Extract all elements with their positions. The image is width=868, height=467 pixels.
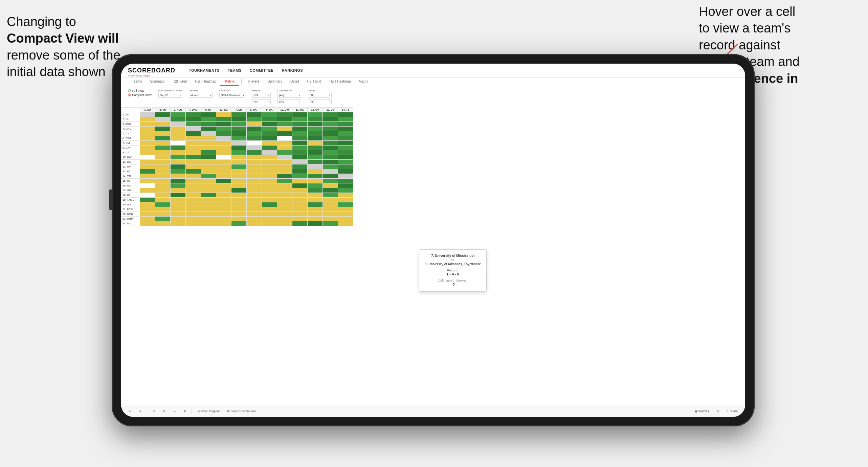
matrix-cell-22-3[interactable] [186,217,201,221]
matrix-cell-12-4[interactable] [201,169,216,174]
matrix-cell-13-8[interactable] [262,174,277,179]
matrix-cell-10-5[interactable] [216,160,231,164]
matrix-cell-17-6[interactable] [231,193,247,198]
matrix-cell-1-7[interactable] [247,117,262,122]
matrix-cell-0-12[interactable] [323,112,338,117]
matrix-cell-15-5[interactable] [216,183,231,188]
matrix-cell-15-4[interactable] [201,183,216,188]
grid-button[interactable]: ⊞ [161,409,168,414]
matrix-cell-5-11[interactable] [308,136,323,141]
matrix-cell-3-9[interactable] [277,127,292,131]
matrix-cell-0-10[interactable] [292,112,308,117]
matrix-cell-8-8[interactable] [262,150,277,155]
matrix-cell-4-10[interactable] [292,131,308,136]
matrix-cell-9-7[interactable] [247,155,262,160]
watch-button[interactable]: ◉ Watch ▾ [693,409,711,414]
tab-players[interactable]: Players [244,77,264,86]
matrix-cell-0-5[interactable] [216,112,231,117]
matrix-cell-16-9[interactable] [277,188,292,193]
undo-button[interactable]: ↩ [127,409,133,414]
matrix-cell-20-9[interactable] [277,207,292,212]
matrix-cell-6-9[interactable] [277,141,292,146]
matrix-cell-11-4[interactable] [201,164,216,169]
matrix-cell-3-3[interactable] [186,127,201,131]
matrix-cell-18-6[interactable] [231,198,247,202]
matrix-cell-5-8[interactable] [262,136,277,141]
matrix-cell-10-6[interactable] [231,160,247,164]
matrix-cell-2-11[interactable] [308,122,323,127]
tab-summary[interactable]: Summary [146,77,169,86]
matrix-cell-12-6[interactable] [231,169,247,174]
matrix-cell-19-5[interactable] [216,202,231,207]
matrix-cell-0-3[interactable] [186,112,201,117]
matrix-cell-18-11[interactable] [308,198,323,202]
tab-players-h2h-heatmap[interactable]: H2H Heatmap [325,77,355,86]
matrix-cell-20-6[interactable] [231,207,247,212]
matrix-cell-5-3[interactable] [186,136,201,141]
matrix-cell-5-12[interactable] [323,136,338,141]
matrix-cell-9-11[interactable] [308,155,323,160]
matrix-cell-14-5[interactable] [216,179,231,183]
matrix-cell-10-1[interactable] [155,160,171,164]
matrix-cell-9-5[interactable] [216,155,231,160]
matrix-cell-17-7[interactable] [247,193,262,198]
view-original-button[interactable]: ⊙ View: Original [195,409,222,414]
matrix-cell-16-4[interactable] [201,188,216,193]
filter-team-select2[interactable]: (All) [308,99,332,104]
matrix-cell-19-2[interactable] [171,202,186,207]
matrix-cell-11-2[interactable] [171,164,186,169]
matrix-cell-23-0[interactable] [140,221,155,226]
matrix-cell-1-12[interactable] [323,117,338,122]
matrix-cell-20-7[interactable] [247,207,262,212]
matrix-cell-4-4[interactable] [201,131,216,136]
matrix-cell-7-0[interactable] [140,146,155,150]
matrix-cell-20-12[interactable] [323,207,338,212]
matrix-cell-2-10[interactable] [292,122,308,127]
matrix-cell-4-2[interactable] [171,131,186,136]
matrix-cell-12-12[interactable] [323,169,338,174]
matrix-cell-18-1[interactable] [155,198,171,202]
matrix-cell-11-1[interactable] [155,164,171,169]
matrix-cell-15-2[interactable] [171,183,186,188]
matrix-cell-6-3[interactable] [186,141,201,146]
matrix-cell-14-2[interactable] [171,179,186,183]
matrix-cell-8-4[interactable] [201,150,216,155]
matrix-cell-19-4[interactable] [201,202,216,207]
tab-detail[interactable]: Detail [286,77,303,86]
share-button[interactable]: ⤴ Share [725,409,740,414]
matrix-cell-21-11[interactable] [308,212,323,217]
matrix-cell-4-7[interactable] [247,131,262,136]
matrix-cell-8-13[interactable] [338,150,353,155]
matrix-cell-9-6[interactable] [231,155,247,160]
matrix-cell-17-3[interactable] [186,193,201,198]
matrix-cell-19-1[interactable] [155,202,171,207]
matrix-cell-8-3[interactable] [186,150,201,155]
matrix-cell-14-7[interactable] [247,179,262,183]
matrix-cell-18-12[interactable] [323,198,338,202]
matrix-cell-16-10[interactable] [292,188,308,193]
matrix-container[interactable]: 1. AU 2. VU 3. ASU 4. UNC 5. UT 6. FSU 7… [121,107,745,413]
matrix-cell-7-5[interactable] [216,146,231,150]
matrix-cell-13-13[interactable] [338,174,353,179]
matrix-cell-3-7[interactable] [247,127,262,131]
matrix-cell-16-11[interactable] [308,188,323,193]
matrix-cell-21-5[interactable] [216,212,231,217]
matrix-cell-5-9[interactable] [277,136,292,141]
matrix-cell-22-0[interactable] [140,217,155,221]
matrix-cell-17-1[interactable] [155,193,171,198]
matrix-cell-14-1[interactable] [155,179,171,183]
matrix-cell-18-8[interactable] [262,198,277,202]
matrix-cell-9-13[interactable] [338,155,353,160]
refresh-button[interactable]: ⟳ [151,409,157,414]
matrix-cell-8-1[interactable] [155,150,171,155]
matrix-cell-14-6[interactable] [231,179,247,183]
matrix-cell-15-3[interactable] [186,183,201,188]
matrix-cell-6-4[interactable] [201,141,216,146]
compare-button[interactable]: ⊟ [715,409,721,414]
matrix-cell-9-1[interactable] [155,155,171,160]
matrix-cell-11-13[interactable] [338,164,353,169]
matrix-cell-0-6[interactable] [231,112,247,117]
matrix-cell-22-5[interactable] [216,217,231,221]
matrix-cell-16-7[interactable] [247,188,262,193]
matrix-cell-2-9[interactable] [277,122,292,127]
